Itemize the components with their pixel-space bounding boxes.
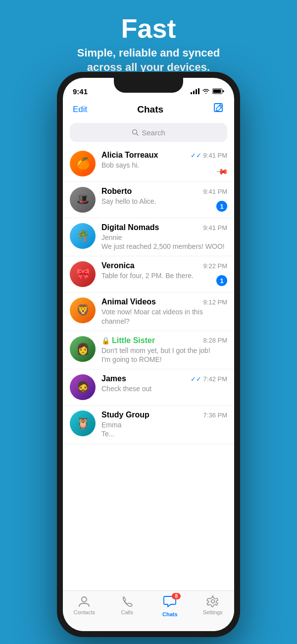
- svg-rect-0: [191, 92, 192, 94]
- chat-content-study-group: Study Group 7:36 PM EmmaTe...: [101, 410, 227, 438]
- chat-list: 🍊 Alicia Torreaux ✓✓ 9:41 PM Bob says hi…: [63, 146, 234, 444]
- chat-content-alicia: Alicia Torreaux ✓✓ 9:41 PM Bob says hi.: [101, 151, 227, 170]
- chat-content-digital-nomads: Digital Nomads 9:41 PM JennieWe just rea…: [101, 223, 227, 251]
- search-placeholder: Search: [142, 128, 165, 137]
- avatar-digital-nomads: 🌴: [70, 223, 96, 249]
- chat-name-alicia: Alicia Torreaux: [101, 151, 158, 160]
- contacts-icon: [78, 595, 91, 608]
- double-check-james: ✓✓: [191, 375, 201, 383]
- svg-rect-3: [198, 88, 199, 94]
- settings-icon: [206, 595, 219, 608]
- chat-preview-james: Check these out: [101, 384, 227, 393]
- svg-rect-6: [223, 90, 224, 92]
- chat-item-roberto[interactable]: 🎩 Roberto 9:41 PM Say hello to Alice. 1: [63, 182, 234, 218]
- chat-content-james: James ✓✓ 7:42 PM Check these out: [101, 374, 227, 393]
- chat-time-animal-videos: 9:12 PM: [203, 298, 227, 306]
- chat-item-james[interactable]: 🧔 James ✓✓ 7:42 PM Check these out: [63, 369, 234, 406]
- status-icons: [191, 88, 224, 94]
- chat-name-little-sister: Little Sister: [112, 336, 155, 345]
- chat-content-little-sister: 🔒 Little Sister 8:28 PM Don't tell mom y…: [101, 336, 227, 364]
- avatar-veronica: 🎀: [70, 261, 96, 287]
- phone-screen: 9:41: [63, 78, 234, 631]
- chat-content-animal-videos: Animal Videos 9:12 PM Vote now! Moar cat…: [101, 297, 227, 325]
- hero-subtitle: Simple, reliable and syncedacross all yo…: [0, 46, 297, 74]
- chat-time-little-sister: 8:28 PM: [203, 337, 227, 344]
- svg-rect-2: [196, 89, 197, 94]
- chat-name-veronica: Veronica: [101, 261, 135, 270]
- svg-rect-5: [213, 90, 221, 93]
- chat-time-alicia: 9:41 PM: [203, 152, 227, 159]
- svg-line-8: [219, 106, 221, 108]
- chat-item-little-sister[interactable]: 👩 🔒 Little Sister 8:28 PM Don't tell mom…: [63, 331, 234, 369]
- chat-time-veronica: 9:22 PM: [203, 262, 227, 270]
- wifi-icon: [202, 88, 210, 94]
- status-time: 9:41: [73, 87, 88, 96]
- chat-preview-alicia: Bob says hi.: [101, 161, 227, 170]
- nav-item-settings[interactable]: Settings: [192, 595, 235, 615]
- compose-icon: [213, 103, 224, 114]
- chat-item-study-group[interactable]: 🦉 Study Group 7:36 PM EmmaTe...: [63, 406, 234, 444]
- chat-time-study-group: 7:36 PM: [203, 411, 227, 419]
- compose-button[interactable]: [213, 103, 224, 116]
- nav-item-chats[interactable]: 8 Chats: [148, 595, 192, 617]
- chat-name-roberto: Roberto: [101, 187, 132, 196]
- chat-item-animal-videos[interactable]: 🦁 Animal Videos 9:12 PM Vote now! Moar c…: [63, 293, 234, 331]
- avatar-james: 🧔: [70, 374, 96, 400]
- chats-label: Chats: [162, 611, 178, 617]
- svg-point-11: [82, 597, 87, 602]
- chats-title: Chats: [137, 104, 163, 115]
- calls-icon: [121, 595, 134, 608]
- battery-icon: [212, 88, 224, 94]
- chats-badge-container: 8: [163, 595, 177, 610]
- nav-item-contacts[interactable]: Contacts: [63, 595, 106, 615]
- lock-icon-little-sister: 🔒: [101, 337, 110, 345]
- chat-name-james: James: [101, 374, 126, 383]
- svg-point-12: [211, 600, 214, 603]
- svg-rect-1: [193, 91, 195, 94]
- settings-label: Settings: [203, 609, 223, 615]
- navigation-bar: Edit Chats: [63, 100, 234, 121]
- search-icon: [132, 129, 139, 136]
- calls-label: Calls: [121, 609, 133, 615]
- contacts-label: Contacts: [74, 609, 95, 615]
- chat-preview-veronica: Table for four, 2 PM. Be there.: [101, 271, 227, 280]
- signal-icon: [191, 88, 199, 94]
- svg-line-10: [137, 134, 139, 136]
- edit-button[interactable]: Edit: [73, 105, 87, 115]
- hero-title: Fast: [0, 14, 297, 43]
- chat-time-digital-nomads: 9:41 PM: [203, 224, 227, 232]
- avatar-roberto: 🎩: [70, 187, 96, 213]
- phone-mockup: 9:41: [57, 72, 240, 637]
- chat-preview-animal-videos: Vote now! Moar cat videos in this channe…: [101, 307, 227, 325]
- chat-name-animal-videos: Animal Videos: [101, 297, 156, 306]
- chat-name-study-group: Study Group: [101, 410, 149, 419]
- chat-item-veronica[interactable]: 🎀 Veronica 9:22 PM Table for four, 2 PM.…: [63, 256, 234, 293]
- notch: [114, 78, 183, 93]
- chat-preview-little-sister: Don't tell mom yet, but I got the job!I'…: [101, 346, 227, 364]
- chat-time-james: 7:42 PM: [203, 375, 227, 383]
- chat-preview-roberto: Say hello to Alice.: [101, 197, 227, 206]
- avatar-animal-videos: 🦁: [70, 297, 96, 323]
- chat-content-veronica: Veronica 9:22 PM Table for four, 2 PM. B…: [101, 261, 227, 280]
- chats-badge: 8: [172, 593, 181, 599]
- avatar-study-group: 🦉: [70, 410, 96, 436]
- badge-veronica: 1: [216, 275, 227, 286]
- double-check-alicia: ✓✓: [191, 152, 201, 159]
- chat-content-roberto: Roberto 9:41 PM Say hello to Alice.: [101, 187, 227, 206]
- avatar-alicia: 🍊: [70, 151, 96, 176]
- badge-roberto: 1: [216, 201, 227, 212]
- chat-item-digital-nomads[interactable]: 🌴 Digital Nomads 9:41 PM JennieWe just r…: [63, 218, 234, 256]
- search-bar[interactable]: Search: [70, 123, 227, 142]
- chat-item-alicia[interactable]: 🍊 Alicia Torreaux ✓✓ 9:41 PM Bob says hi…: [63, 146, 234, 182]
- nav-item-calls[interactable]: Calls: [106, 595, 149, 615]
- chat-time-roberto: 9:41 PM: [203, 188, 227, 195]
- chat-preview-study-group: EmmaTe...: [101, 420, 227, 438]
- bottom-navigation: Contacts Calls 8 Chats: [63, 590, 234, 631]
- chat-preview-digital-nomads: JennieWe just reached 2,500 members! WOO…: [101, 233, 227, 251]
- avatar-little-sister: 👩: [70, 336, 96, 362]
- chat-name-digital-nomads: Digital Nomads: [101, 223, 159, 232]
